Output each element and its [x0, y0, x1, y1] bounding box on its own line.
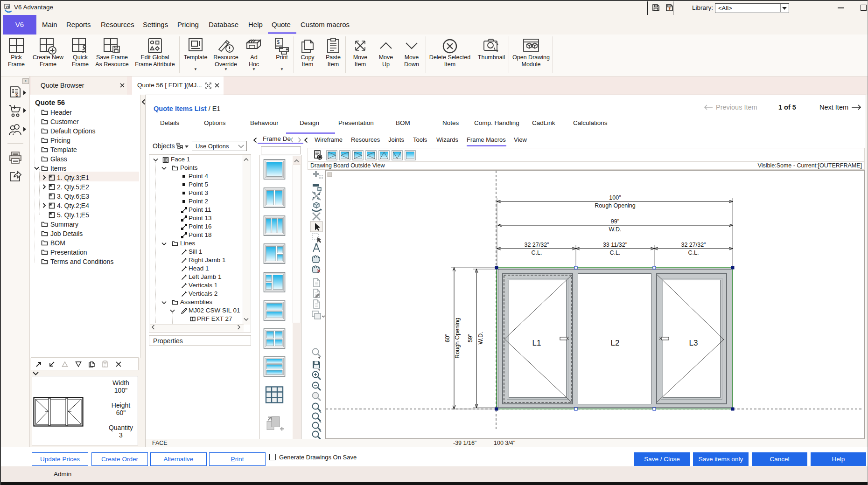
svg-text:Rough Opening: Rough Opening [454, 318, 461, 359]
svg-text:32 27/32": 32 27/32" [681, 242, 706, 248]
svg-text:32 27/32": 32 27/32" [524, 242, 549, 248]
svg-text:$: $ [15, 92, 18, 97]
svg-text:L1: L1 [532, 339, 541, 347]
svg-text:59": 59" [467, 334, 474, 342]
svg-text:W.D.: W.D. [609, 226, 621, 233]
svg-text:100": 100" [609, 194, 621, 201]
svg-text:33 11/32": 33 11/32" [603, 242, 627, 248]
svg-text:99": 99" [611, 218, 619, 225]
svg-text:$: $ [277, 39, 280, 45]
svg-text:Rough Opening: Rough Opening [595, 202, 636, 209]
svg-text:W.D.: W.D. [477, 332, 484, 344]
svg-text:C.L.: C.L. [688, 249, 699, 256]
svg-text:L2: L2 [611, 339, 620, 347]
svg-text:L3: L3 [689, 339, 698, 347]
svg-text:C.L.: C.L. [532, 249, 542, 256]
svg-text:C.L.: C.L. [610, 249, 621, 256]
svg-text:60": 60" [444, 334, 451, 342]
svg-text:V6: V6 [6, 5, 10, 8]
